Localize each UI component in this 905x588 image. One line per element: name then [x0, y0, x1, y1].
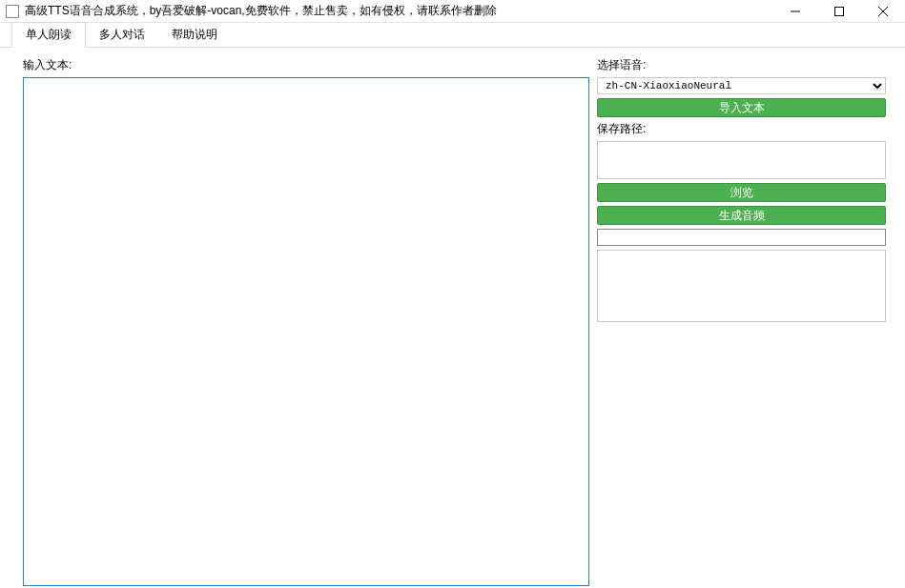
- window-title: 高级TTS语音合成系统，by吾爱破解-vocan,免费软件，禁止售卖，如有侵权，…: [25, 3, 773, 19]
- right-column: 选择语音: zh-CN-XiaoxiaoNeural 导入文本 保存路径: 浏览…: [597, 57, 886, 586]
- maximize-button[interactable]: [817, 0, 861, 23]
- tab-multi-dialog[interactable]: 多人对话: [86, 23, 158, 47]
- save-path-input[interactable]: [597, 141, 886, 179]
- tabs: 单人朗读 多人对话 帮助说明: [0, 23, 905, 48]
- tab-single-read[interactable]: 单人朗读: [11, 22, 86, 48]
- titlebar: 高级TTS语音合成系统，by吾爱破解-vocan,免费软件，禁止售卖，如有侵权，…: [0, 0, 905, 23]
- app-icon: [6, 5, 19, 18]
- input-text-label: 输入文本:: [23, 57, 589, 73]
- status-field[interactable]: [597, 229, 886, 246]
- left-column: 输入文本:: [23, 57, 589, 586]
- svg-rect-1: [835, 8, 844, 16]
- import-text-button[interactable]: 导入文本: [597, 98, 886, 117]
- voice-select[interactable]: zh-CN-XiaoxiaoNeural: [597, 77, 886, 94]
- close-icon: [878, 7, 888, 16]
- maximize-icon: [834, 7, 844, 16]
- minimize-icon: [791, 7, 800, 16]
- window-controls: [773, 0, 905, 22]
- generate-audio-button[interactable]: 生成音频: [597, 206, 886, 225]
- voice-select-label: 选择语音:: [597, 57, 886, 73]
- close-button[interactable]: [861, 0, 905, 23]
- log-output[interactable]: [597, 250, 886, 322]
- content-area: 输入文本: 选择语音: zh-CN-XiaoxiaoNeural 导入文本 保存…: [0, 48, 905, 588]
- browse-button[interactable]: 浏览: [597, 183, 886, 202]
- tab-help[interactable]: 帮助说明: [158, 23, 231, 47]
- save-path-label: 保存路径:: [597, 121, 886, 137]
- input-text-area[interactable]: [23, 77, 589, 586]
- minimize-button[interactable]: [773, 0, 817, 23]
